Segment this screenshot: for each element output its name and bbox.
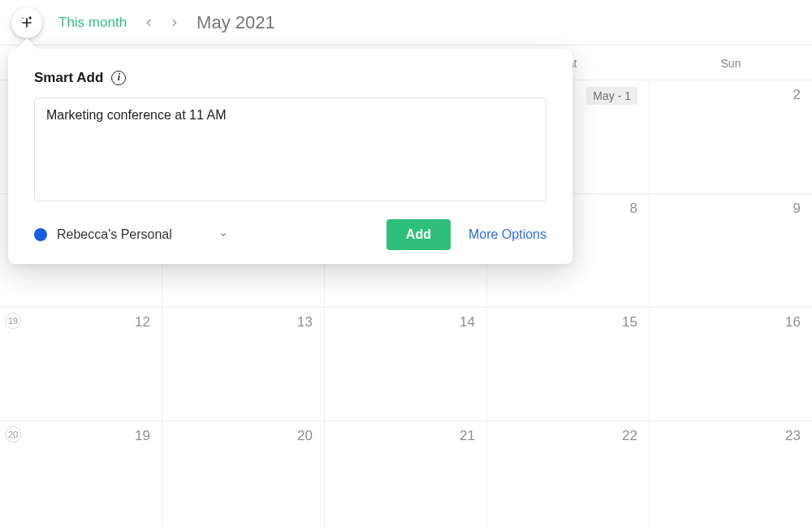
week-number-badge: 19 — [5, 313, 21, 329]
calendar-color-dot — [34, 228, 47, 241]
day-number: 15 — [622, 314, 637, 330]
day-number: 20 — [297, 428, 313, 444]
month-start-badge: May - 1 — [586, 87, 637, 105]
day-cell[interactable]: 22 — [487, 421, 650, 527]
calendar-picker[interactable]: Rebecca's Personal — [34, 227, 227, 242]
info-icon[interactable] — [111, 71, 126, 85]
day-cell[interactable]: 20 19 — [0, 421, 162, 527]
calendar-toolbar: This month May 2021 — [0, 0, 812, 45]
week-number-badge: 20 — [5, 426, 21, 443]
day-cell[interactable]: 20 — [162, 421, 325, 527]
month-nav — [141, 15, 182, 30]
this-month-link[interactable]: This month — [58, 15, 127, 31]
month-title: May 2021 — [197, 12, 275, 33]
smart-add-input[interactable] — [34, 97, 546, 201]
day-number: 21 — [460, 428, 475, 444]
popover-title: Smart Add — [34, 70, 103, 86]
day-number: 16 — [785, 314, 801, 330]
popover-footer: Rebecca's Personal Add More Options — [34, 219, 546, 250]
day-number: 23 — [785, 428, 801, 444]
day-number: 2 — [793, 87, 801, 103]
day-number: 9 — [793, 201, 801, 217]
day-number: 13 — [297, 314, 313, 330]
smart-add-popover: Smart Add Rebecca's Personal Add More Op… — [8, 49, 572, 264]
sparkle-plus-icon — [19, 15, 35, 31]
add-button[interactable]: Add — [387, 219, 451, 250]
day-number: 14 — [460, 314, 475, 330]
day-number: 8 — [630, 201, 637, 217]
day-cell[interactable]: 2 — [650, 80, 812, 194]
calendar-name: Rebecca's Personal — [57, 227, 172, 242]
day-cell[interactable]: 19 12 — [0, 308, 162, 421]
day-number: 19 — [135, 428, 150, 444]
weekday-label: Sun — [650, 45, 812, 80]
chevron-right-icon — [169, 17, 180, 28]
popover-header: Smart Add — [34, 70, 546, 86]
day-cell[interactable]: 21 — [325, 421, 487, 527]
day-cell[interactable]: 14 — [325, 308, 487, 421]
svg-point-0 — [22, 17, 24, 19]
day-cell[interactable]: 23 — [650, 421, 812, 527]
day-cell[interactable]: 13 — [162, 308, 325, 421]
day-cell[interactable]: 9 — [650, 194, 812, 308]
chevron-down-icon — [219, 227, 227, 242]
day-cell[interactable]: 16 — [650, 308, 812, 421]
day-cell[interactable]: 15 — [487, 308, 650, 421]
smart-add-button[interactable] — [11, 7, 42, 38]
prev-month-button[interactable] — [141, 15, 156, 30]
next-month-button[interactable] — [167, 15, 182, 30]
day-number: 12 — [135, 314, 150, 330]
day-number: 22 — [622, 428, 637, 444]
more-options-link[interactable]: More Options — [469, 227, 546, 242]
chevron-left-icon — [143, 17, 154, 28]
